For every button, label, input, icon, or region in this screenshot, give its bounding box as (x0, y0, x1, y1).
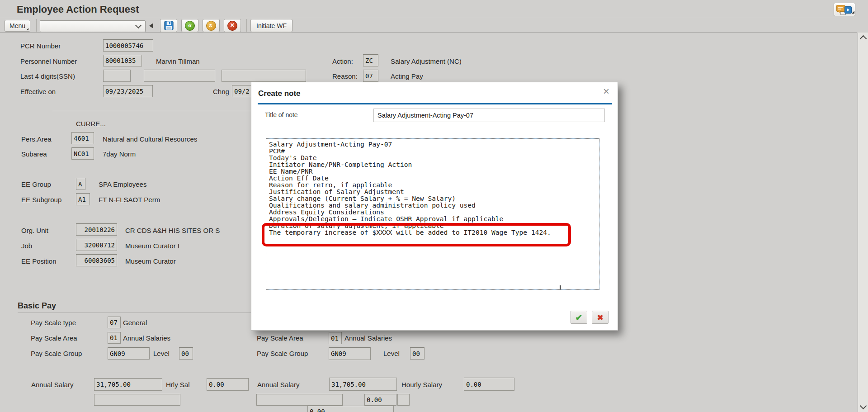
level-input[interactable]: 00 (179, 347, 193, 360)
ssn-input-2[interactable] (144, 70, 215, 82)
ssn-input-1[interactable] (103, 70, 131, 82)
action-code-input[interactable]: ZC (363, 54, 378, 66)
services-notes-button[interactable] (834, 3, 855, 16)
titlebar-divider (0, 17, 857, 17)
pay-scale-group-right-input[interactable]: GN09 (329, 347, 371, 360)
basic-pay-heading: Basic Pay (18, 301, 56, 311)
pers-area-label: Pers.Area (21, 135, 52, 143)
org-unit-desc: CR CDS A&H HIS SITES OR S (125, 227, 220, 234)
org-unit-label: Org. Unit (21, 227, 48, 234)
personnel-number-input[interactable]: 80001035 (103, 55, 142, 66)
note-body-text: Salary Adjustment-Acting Pay-07 PCR# Tod… (269, 141, 551, 236)
personnel-name-text: Marvin Tillman (156, 57, 200, 65)
note-body-textarea[interactable]: Salary Adjustment-Acting Pay-07 PCR# Tod… (266, 138, 599, 290)
hourly-salary-input[interactable]: 0.00 (464, 378, 514, 391)
hourly-salary-label: Hourly Salary (401, 381, 442, 388)
pay-scale-area-right-desc: Annual Salaries (344, 334, 392, 342)
personnel-number-label: Personnel Number (20, 57, 77, 65)
salary-extra-input[interactable] (94, 394, 180, 406)
salary-amount-right-input[interactable]: 0.00 (364, 394, 396, 406)
salary-extra-right-input[interactable] (256, 394, 343, 406)
menu-corner-icon (26, 28, 28, 30)
level-right-input[interactable]: 00 (410, 347, 425, 360)
cancel-button[interactable]: × (224, 19, 241, 32)
pay-scale-area-desc: Annual Salaries (123, 334, 170, 342)
exit-button[interactable]: « (203, 19, 220, 32)
partial-amount-input[interactable]: 0.00 (307, 406, 394, 412)
note-title-input[interactable]: Salary Adjustment-Acting Pay-07 (373, 109, 605, 122)
level-label: Level (153, 350, 170, 357)
initiate-wf-button[interactable]: Initiate WF (250, 19, 292, 32)
pay-scale-area-label: Pay Scale Area (31, 334, 77, 342)
menu-button[interactable]: Menu (5, 20, 30, 32)
transaction-combobox[interactable] (40, 20, 146, 32)
current-column-header: CURRE... (76, 120, 106, 128)
org-unit-input[interactable]: 20010226 (76, 223, 117, 236)
annual-salary-input[interactable]: 31,705.00 (94, 378, 162, 391)
ee-subgroup-input[interactable]: A1 (76, 193, 90, 205)
reject-button[interactable]: ✖ (592, 311, 609, 324)
dialog-header-accent (258, 103, 612, 104)
create-note-dialog: Create note × Title of note Salary Adjus… (251, 82, 618, 331)
exit-icon: « (206, 21, 216, 31)
pers-area-input[interactable]: 4601 (71, 132, 94, 144)
pay-scale-group-right-label: Pay Scale Group (257, 350, 308, 357)
ssn-input-3[interactable] (222, 70, 306, 82)
action-label: Action: (332, 57, 353, 65)
hrly-sal-input[interactable]: 0.00 (207, 378, 249, 391)
ee-position-input[interactable]: 60083605 (76, 254, 117, 266)
scroll-down-icon[interactable] (860, 403, 867, 410)
reason-label: Reason: (332, 72, 358, 80)
cancel-glyph: × (230, 22, 234, 29)
page-title: Employee Action Request (17, 4, 139, 15)
ee-position-desc: Museum Curator (125, 257, 176, 265)
pers-area-desc: Natural and Cultural Resources (103, 135, 197, 143)
annual-salary-label: Annual Salary (31, 381, 73, 388)
employee-action-request-screen: Employee Action Request Menu (0, 0, 868, 412)
title-of-note-label: Title of note (265, 111, 298, 118)
pay-scale-area-right-input[interactable]: 01 (329, 332, 342, 344)
subarea-label: Subarea (21, 150, 47, 158)
dialog-title: Create note (258, 89, 301, 98)
chevron-down-icon (135, 22, 142, 28)
close-icon[interactable]: × (603, 86, 609, 97)
save-icon (164, 20, 174, 31)
notes-icon (835, 4, 854, 15)
effective-on-input[interactable]: 09/23/2025 (103, 85, 153, 97)
cancel-icon: × (227, 21, 237, 31)
back-icon: « (185, 21, 195, 31)
action-desc: Salary Adjustment (NC) (391, 57, 462, 65)
pcr-number-input[interactable]: 1000005746 (103, 39, 153, 52)
subarea-input[interactable]: NC01 (71, 147, 94, 160)
reason-code-input[interactable]: 07 (363, 70, 378, 82)
ee-group-label: EE Group (21, 180, 51, 188)
menu-button-label: Menu (9, 22, 25, 29)
save-button[interactable] (160, 19, 177, 32)
annual-salary-right-input[interactable]: 31,705.00 (329, 378, 397, 391)
toolbar-divider (0, 32, 857, 33)
confirm-button[interactable]: ✔ (571, 311, 587, 324)
job-input[interactable]: 32000712 (76, 239, 117, 251)
hrly-sal-label: Hrly Sal (166, 381, 190, 388)
toolbar-separator (246, 19, 247, 32)
reason-desc: Acting Pay (391, 72, 423, 80)
chng-label: Chng (213, 88, 229, 95)
salary-small-right-input[interactable] (397, 394, 410, 406)
vertical-scrollbar[interactable] (858, 33, 868, 412)
dropdown-corner-icon (852, 11, 854, 14)
ee-subgroup-desc: FT N-FLSAOT Perm (99, 196, 160, 204)
collapse-left-icon[interactable] (149, 23, 153, 28)
pay-scale-area-input[interactable]: 01 (108, 332, 121, 344)
back-button[interactable]: « (181, 19, 198, 32)
scroll-up-icon[interactable] (860, 35, 867, 43)
text-caret (560, 285, 561, 290)
job-label: Job (21, 242, 32, 250)
confirm-check-icon: ✔ (576, 313, 583, 322)
exit-glyph: « (208, 24, 215, 27)
pay-scale-type-input[interactable]: 07 (108, 317, 121, 328)
toolbar-separator (36, 19, 37, 32)
ee-group-input[interactable]: A (76, 178, 85, 190)
pay-scale-group-input[interactable]: GN09 (108, 347, 150, 360)
initiate-wf-label: Initiate WF (256, 22, 287, 29)
ee-group-desc: SPA Employees (99, 180, 146, 188)
